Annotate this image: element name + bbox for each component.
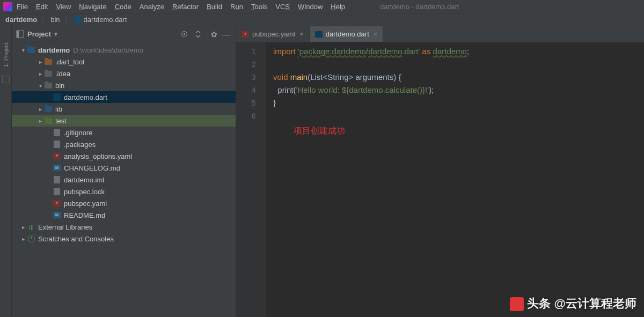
code-area[interactable]: import 'package:dartdemo/dartdemo.dart' … [273,42,644,317]
menu-bar: File Edit View Navigate Code Analyze Ref… [0,0,644,13]
watermark: 头条 @云计算程老师 [510,296,636,312]
yaml-icon: Y [53,152,61,160]
menu-view[interactable]: View [56,3,71,11]
tree-item[interactable]: ▸.dart_tool [12,56,236,68]
menu-vcs[interactable]: VCS [275,3,290,11]
menu-file[interactable]: File [17,3,28,11]
tree-item[interactable]: pubspec.lock [12,186,236,197]
locate-icon[interactable] [179,29,189,40]
tree-arrow-icon [45,177,53,183]
crumb-sep-icon: 〉 [64,15,71,25]
crumb-project[interactable]: dartdemo [5,16,37,24]
tree-item[interactable]: Ypubspec.yaml [12,197,236,209]
tree-arrow-icon [45,201,53,207]
crumb-sep-icon: 〉 [41,15,48,25]
tab-label: dartdemo.dart [326,30,369,38]
menu-help[interactable]: Help [331,3,345,11]
line-number: 3 [236,71,266,84]
breadcrumb: dartdemo 〉 bin 〉 dartdemo.dart [0,13,644,26]
crumb-folder[interactable]: bin [50,16,60,24]
sidebar-tab-structure-icon[interactable] [2,76,10,83]
tree-arrow-icon: ▾ [36,83,44,89]
tree-external-libs[interactable]: ▸ ⫼ External Libraries [12,221,236,233]
tree-item-label: pubspec.yaml [64,200,107,208]
tree-arrow-icon [45,165,53,171]
tree-item-label: lib [55,105,62,113]
tree-item[interactable]: ▸lib [12,103,236,115]
menu-run[interactable]: Run [230,3,243,11]
line-number: 1 [236,45,266,58]
tree-item[interactable]: MREADME.md [12,209,236,221]
line-gutter: 123456 [236,42,266,317]
tree-item-label: .gitignore [64,129,92,137]
folder-icon [44,69,53,78]
menu-tools[interactable]: Tools [251,3,267,11]
tree-item-label: dartdemo.dart [64,93,107,101]
tree-arrow-icon [45,212,53,218]
menu-navigate[interactable]: Navigate [79,3,106,11]
settings-icon[interactable]: ✿ [207,29,217,40]
editor-tab[interactable]: Ypubspec.yaml× [236,26,310,42]
line-number: 4 [236,84,266,97]
folder-icon [44,81,53,90]
tree-item[interactable]: ▸.idea [12,68,236,79]
scratches-icon [27,234,35,243]
watermark-logo-icon [510,297,524,311]
tree-item-label: README.md [64,211,105,219]
tool-window-bar: 1: Project [0,26,12,317]
file-icon [53,128,61,137]
tab-label: pubspec.yaml [252,30,295,38]
file-icon [53,175,61,184]
project-label[interactable]: Project [27,30,51,38]
expand-all-icon[interactable] [193,29,203,40]
tree-item[interactable]: dartdemo.iml [12,174,236,186]
tree-arrow-icon [45,130,53,136]
tree-arrow-icon: ▸ [36,118,44,124]
folder-blue-icon [44,105,53,113]
tree-arrow-icon: ▸ [36,59,44,65]
file-icon [53,140,61,149]
tab-close-icon[interactable]: × [299,30,304,38]
tree-item[interactable]: ▸test [12,115,236,127]
dart-icon [53,93,61,101]
annotation-text: 项目创建成功 [294,126,345,137]
project-pane: Project ▼ ✿ — ▾ dartdemo D:\work\idea\da… [12,26,236,317]
md-icon: M [53,211,61,219]
tree-arrow-icon: ▸ [36,106,44,112]
fold-column [266,42,273,317]
menu-refactor[interactable]: Refactor [172,3,199,11]
project-tree[interactable]: ▾ dartdemo D:\work\idea\dartdemo ▸.dart_… [12,42,236,317]
editor-tabs: Ypubspec.yaml×dartdemo.dart× [236,26,644,42]
tree-item-label: pubspec.lock [64,188,105,196]
menu-window[interactable]: Window [298,3,323,11]
menu-code[interactable]: Code [115,3,131,11]
tree-item[interactable]: dartdemo.dart [12,91,236,103]
menu-analyze[interactable]: Analyze [140,3,164,11]
tab-close-icon[interactable]: × [374,30,378,38]
tree-item[interactable]: .gitignore [12,127,236,138]
tree-item[interactable]: ▾bin [12,79,236,91]
sidebar-tab-project[interactable]: 1: Project [3,42,9,67]
tree-root[interactable]: ▾ dartdemo D:\work\idea\dartdemo [12,44,236,56]
project-dropdown-icon[interactable]: ▼ [53,31,58,37]
tree-scratches[interactable]: ▸ Scratches and Consoles [12,233,236,245]
tree-item-label: bin [55,82,64,90]
menu-edit[interactable]: Edit [36,3,48,11]
menu-build[interactable]: Build [207,3,222,11]
window-title: dartdemo - dartdemo.dart [380,3,459,11]
crumb-file[interactable]: dartdemo.dart [84,16,127,24]
project-view-icon [16,30,24,38]
editor-tab[interactable]: dartdemo.dart× [310,26,384,42]
tree-arrow-icon [45,189,53,195]
tree-item-label: dartdemo.iml [64,176,104,184]
line-number: 6 [236,109,266,122]
tree-item-label: .packages [64,141,96,149]
svg-point-3 [184,33,185,35]
tree-item-label: test [55,117,67,125]
dart-file-icon [74,16,81,24]
tree-item[interactable]: Yanalysis_options.yaml [12,150,236,162]
yaml-icon: Y [53,199,61,208]
tree-item[interactable]: .packages [12,138,236,150]
tree-item[interactable]: MCHANGELOG.md [12,162,236,174]
hide-icon[interactable]: — [221,29,231,40]
